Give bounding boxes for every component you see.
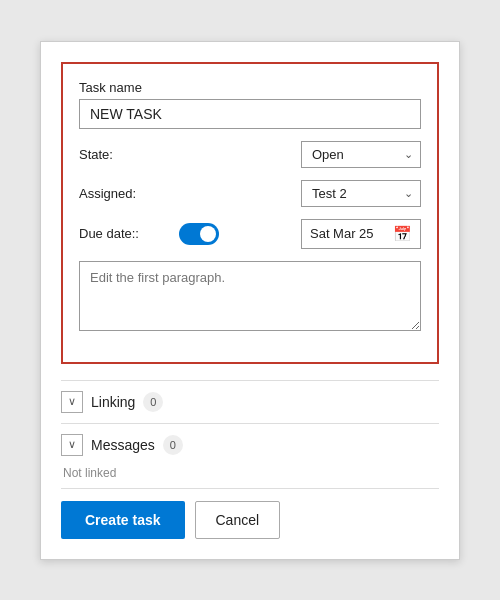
- state-label: State:: [79, 147, 179, 162]
- due-date-field[interactable]: Sat Mar 25 📅: [301, 219, 421, 249]
- task-name-label: Task name: [79, 80, 421, 95]
- due-date-row: Due date:: Sat Mar 25 📅: [79, 219, 421, 249]
- due-date-toggle-wrapper: [179, 223, 301, 245]
- create-task-button[interactable]: Create task: [61, 501, 185, 539]
- toggle-slider: [179, 223, 219, 245]
- messages-title: Messages: [91, 437, 155, 453]
- messages-collapse-button[interactable]: ∨: [61, 434, 83, 456]
- cancel-button[interactable]: Cancel: [195, 501, 281, 539]
- linking-collapse-button[interactable]: ∨: [61, 391, 83, 413]
- messages-collapse-icon: ∨: [68, 438, 76, 451]
- messages-section: ∨ Messages 0 Not linked: [61, 423, 439, 488]
- task-dialog: Task name State: Open In Progress Closed…: [40, 41, 460, 560]
- assigned-select[interactable]: Test 1 Test 2 Test 3: [301, 180, 421, 207]
- not-linked-text: Not linked: [61, 466, 439, 488]
- task-name-input[interactable]: [79, 99, 421, 129]
- due-date-toggle[interactable]: [179, 223, 219, 245]
- assigned-row: Assigned: Test 1 Test 2 Test 3 ⌄: [79, 180, 421, 207]
- messages-count-badge: 0: [163, 435, 183, 455]
- state-row: State: Open In Progress Closed ⌄: [79, 141, 421, 168]
- assigned-label: Assigned:: [79, 186, 179, 201]
- state-select[interactable]: Open In Progress Closed: [301, 141, 421, 168]
- linking-collapse-icon: ∨: [68, 395, 76, 408]
- description-group: [79, 261, 421, 334]
- assigned-select-wrapper: Test 1 Test 2 Test 3 ⌄: [301, 180, 421, 207]
- due-date-label: Due date::: [79, 226, 179, 241]
- linking-count-badge: 0: [143, 392, 163, 412]
- form-section: Task name State: Open In Progress Closed…: [61, 62, 439, 364]
- description-textarea[interactable]: [79, 261, 421, 331]
- messages-header[interactable]: ∨ Messages 0: [61, 423, 439, 466]
- dialog-footer: Create task Cancel: [61, 488, 439, 539]
- task-name-group: Task name: [79, 80, 421, 129]
- linking-section[interactable]: ∨ Linking 0: [61, 380, 439, 423]
- state-select-wrapper: Open In Progress Closed ⌄: [301, 141, 421, 168]
- linking-title: Linking: [91, 394, 135, 410]
- calendar-icon[interactable]: 📅: [393, 225, 412, 243]
- due-date-value: Sat Mar 25: [310, 226, 387, 241]
